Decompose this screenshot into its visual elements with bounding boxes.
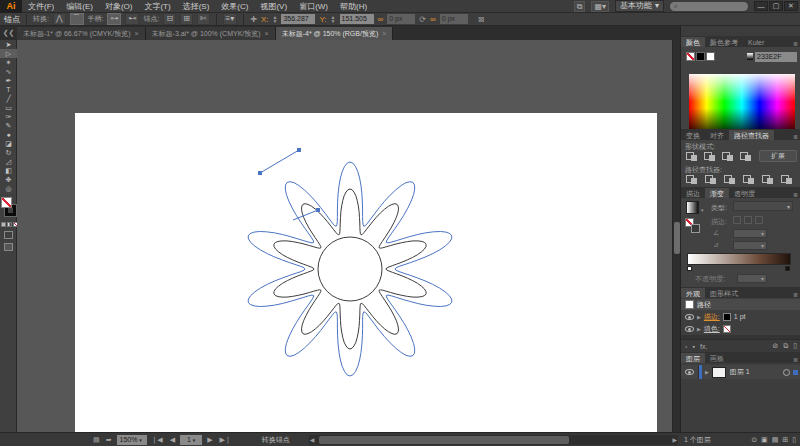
scroll-right-icon[interactable]: ▶ <box>672 436 677 443</box>
show-handles-icon[interactable]: ⊶ <box>107 13 121 25</box>
close-tab-icon[interactable]: × <box>265 30 269 37</box>
search-input[interactable]: ⌕ <box>670 2 748 11</box>
fill-link[interactable]: 填色: <box>704 324 720 334</box>
gradient-stroke-icon[interactable] <box>733 216 741 224</box>
layer-target-circle[interactable] <box>783 369 790 376</box>
color-spectrum[interactable] <box>689 74 795 136</box>
width-field[interactable]: 0 px <box>387 14 415 24</box>
pathfinder-icon[interactable] <box>704 174 717 185</box>
panel-menu-icon[interactable]: ≣ <box>793 291 800 298</box>
appearance-footer-icon[interactable]: ⧉ <box>783 342 788 350</box>
appearance-footer-icon[interactable]: ▪ <box>692 343 694 350</box>
panel-menu-icon[interactable]: ≣ <box>793 40 800 47</box>
aspect-ratio-field[interactable]: ▾ <box>733 241 767 250</box>
tool-button[interactable]: ◧ <box>0 166 17 175</box>
panel-tab[interactable]: 图形样式 <box>705 288 743 298</box>
scroll-left-icon[interactable]: ◀ <box>310 436 315 443</box>
layers-footer-icon[interactable]: ▯ <box>792 436 796 444</box>
convert-to-corner-icon[interactable]: ⋀ <box>53 13 66 25</box>
appearance-footer-icon[interactable]: ⊘ <box>772 342 778 350</box>
tool-button[interactable]: ◎ <box>0 184 17 193</box>
link2-icon[interactable]: ∞ <box>430 15 436 24</box>
layer-row[interactable]: ▶ 图层 1 <box>681 365 800 379</box>
pathfinder-icon[interactable] <box>723 174 736 185</box>
pathfinder-icon[interactable] <box>685 174 698 185</box>
gradient-stroke-icon[interactable] <box>744 216 752 224</box>
shape-mode-icon[interactable] <box>721 151 734 162</box>
status-icon[interactable]: ➦ <box>104 436 114 444</box>
stroke-link[interactable]: 描边: <box>704 312 720 322</box>
opacity-field[interactable]: ▾ <box>737 274 767 283</box>
panel-tab[interactable]: 变换 <box>681 130 705 140</box>
fill-none-swatch[interactable] <box>723 325 731 333</box>
y-stepper[interactable]: ▲▼ <box>331 15 336 23</box>
panel-tab[interactable]: 渐变 <box>705 188 729 198</box>
document-tab[interactable]: 未标题-4* @ 150% (RGB/预览) × <box>276 27 394 40</box>
next-artboard-icon[interactable]: ▶ <box>205 436 214 444</box>
layers-footer-icon[interactable]: ⊙ <box>751 436 757 444</box>
expand-button[interactable]: 扩展 <box>759 150 797 162</box>
panel-tab[interactable]: 颜色 <box>681 37 705 47</box>
tool-button[interactable]: ✎ <box>0 121 17 130</box>
panel-tab[interactable]: 透明度 <box>729 188 760 198</box>
panel-tab[interactable]: Kuler <box>743 37 769 47</box>
pathfinder-icon[interactable] <box>761 174 774 185</box>
screen-mode-button[interactable] <box>4 243 13 251</box>
panel-menu-icon[interactable]: ≣ <box>793 191 800 198</box>
menu-item[interactable]: 编辑(E) <box>60 0 99 13</box>
menu-item[interactable]: 文件(F) <box>22 0 60 13</box>
layer-thumbnail[interactable] <box>712 367 726 378</box>
connect-anchor-icon[interactable]: ⊞ <box>180 13 193 25</box>
appearance-footer-icon[interactable]: ▯ <box>793 342 797 350</box>
window-control-button[interactable]: ▢ <box>769 1 783 11</box>
gradient-thumbnail[interactable] <box>686 201 699 214</box>
menu-item[interactable]: 对象(O) <box>99 0 139 13</box>
tool-button[interactable]: ∿ <box>0 67 17 76</box>
hex-field[interactable]: 233E2F <box>755 52 797 62</box>
hide-handles-icon[interactable]: ⊷ <box>125 13 139 25</box>
x-stepper[interactable]: ▲▼ <box>272 15 277 23</box>
tool-button[interactable]: ↻ <box>0 148 17 157</box>
window-control-button[interactable]: — <box>754 1 768 11</box>
fill-none-swatch[interactable] <box>1 197 12 208</box>
pathfinder-icon[interactable] <box>780 174 793 185</box>
layers-footer-icon[interactable]: ▤ <box>772 436 779 444</box>
tool-button[interactable]: T <box>0 85 17 94</box>
expand-triangle-icon[interactable]: ▶ <box>697 326 701 332</box>
document-tab[interactable]: 未标题-3.ai* @ 100% (CMYK/预览) × <box>146 27 276 40</box>
menu-item[interactable]: 效果(C) <box>215 0 254 13</box>
gradient-type-dropdown[interactable]: ▾ <box>733 201 793 211</box>
artboard[interactable] <box>75 113 657 432</box>
isolate-icon[interactable]: ⊠ <box>478 15 485 24</box>
visibility-eye-icon[interactable] <box>685 326 694 332</box>
tool-button[interactable]: ▷ <box>0 49 17 58</box>
shape-mode-icon[interactable] <box>739 151 752 162</box>
gradient-stop-end[interactable] <box>785 266 790 271</box>
menu-item[interactable]: 文字(T) <box>138 0 176 13</box>
tool-button[interactable]: ◪ <box>0 139 17 148</box>
visibility-eye-icon[interactable] <box>685 314 694 320</box>
vertical-scrollbar[interactable] <box>672 40 680 432</box>
remove-anchor-icon[interactable]: ⊟ <box>163 13 176 25</box>
tool-button[interactable]: ● <box>0 130 17 139</box>
panel-menu-icon[interactable]: ≣ <box>793 133 800 140</box>
shape-mode-icon[interactable] <box>685 151 698 162</box>
layers-footer-icon[interactable]: ▣ <box>761 436 768 444</box>
tool-button[interactable]: ▭ <box>0 103 17 112</box>
last-artboard-icon[interactable]: ▶❘ <box>218 436 233 444</box>
cut-path-icon[interactable]: ✄ <box>197 13 210 25</box>
panel-menu-icon[interactable]: ≣ <box>793 356 800 363</box>
menu-item[interactable]: 帮助(H) <box>334 0 373 13</box>
appearance-footer-icon[interactable]: ▫ <box>685 343 687 350</box>
window-control-button[interactable]: ✕ <box>784 1 798 11</box>
color-button[interactable] <box>1 222 6 227</box>
close-tab-icon[interactable]: × <box>382 30 386 37</box>
app-switch-icon[interactable]: ▦▾ <box>591 1 609 12</box>
align-menu-icon[interactable]: ≡▾ <box>223 13 238 25</box>
layer-visibility-eye-icon[interactable] <box>685 369 694 375</box>
canvas[interactable] <box>17 40 672 432</box>
tool-button[interactable]: ✶ <box>0 58 17 67</box>
artboard-number-field[interactable]: 1 ▾ <box>180 435 202 445</box>
chevron-down-icon[interactable]: ▾ <box>701 207 704 213</box>
tool-button[interactable]: ✑ <box>0 112 17 121</box>
